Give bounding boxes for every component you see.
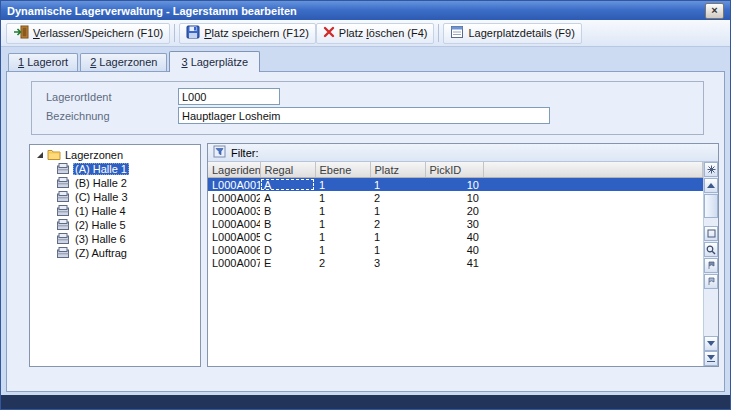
- leave-save-button[interactable]: Verlassen/Speichern (F10): [6, 23, 170, 44]
- tree-item-halle1[interactable]: (A) Halle 1: [30, 162, 200, 176]
- focused-cell[interactable]: A: [260, 178, 315, 192]
- save-place-button[interactable]: Platz speichern (F12): [179, 23, 316, 44]
- tab-lagerort[interactable]: 1 Lagerort: [8, 53, 78, 71]
- tab-lagerplaetze[interactable]: 3 Lagerplätze: [169, 51, 260, 72]
- lagerzonen-tree: Lagerzonen (A) Halle 1 (B) Halle 2 (C) H…: [29, 144, 201, 367]
- grid-header-row: Lagerident Regal Ebene Platz PickID: [208, 162, 703, 178]
- zone-icon: [57, 233, 69, 246]
- scrollbar-thumb[interactable]: [704, 194, 718, 218]
- column-header-lagerident[interactable]: Lagerident: [208, 162, 260, 178]
- tab-page: LagerortIdent Bezeichnung Lagerzonen (A)…: [6, 71, 725, 392]
- folder-icon: [47, 149, 61, 162]
- zoom-button[interactable]: [704, 242, 718, 257]
- toolbar: Verlassen/Speichern (F10) Platz speicher…: [1, 20, 730, 47]
- scroll-to-end-button[interactable]: [704, 351, 718, 366]
- tree-item-halle2[interactable]: (B) Halle 2: [30, 176, 200, 190]
- table-row[interactable]: L000A001 A 1 1 10: [208, 178, 703, 192]
- table-row[interactable]: L000A005 C 1 1 40: [208, 230, 703, 243]
- filter-bar: Filter:: [208, 144, 718, 162]
- filter-icon[interactable]: [213, 145, 226, 160]
- zone-icon: [57, 163, 69, 176]
- status-bar: [1, 395, 730, 409]
- zone-icon: [57, 247, 69, 260]
- column-header-platz[interactable]: Platz: [370, 162, 425, 178]
- scroll-up-button[interactable]: [704, 178, 718, 193]
- title-bar: Dynamische Lagerverwaltung - Lagerstamm …: [1, 1, 730, 20]
- exit-icon: [13, 25, 29, 41]
- tree-root[interactable]: Lagerzonen: [30, 148, 200, 162]
- bezeichnung-field[interactable]: [178, 107, 550, 124]
- details-icon: [450, 25, 464, 41]
- tree-item-halle5[interactable]: (2) Halle 5: [30, 218, 200, 232]
- tree-item-auftrag[interactable]: (Z) Auftrag: [30, 246, 200, 260]
- table-row[interactable]: L000A003 B 1 1 20: [208, 204, 703, 217]
- zone-icon: [57, 191, 69, 204]
- column-customize-button[interactable]: [704, 162, 718, 177]
- tree-item-halle3[interactable]: (C) Halle 3: [30, 190, 200, 204]
- toolbar-separator: [438, 24, 439, 42]
- save-icon: [186, 25, 200, 41]
- filter-label: Filter:: [231, 147, 259, 159]
- column-header-filler: [483, 162, 703, 178]
- lagerplatz-panel: Filter: Lagerident Regal Ebene Platz Pic…: [207, 143, 719, 367]
- grid-scrollbar: [703, 162, 718, 366]
- close-button[interactable]: ×: [705, 3, 724, 19]
- window-title: Dynamische Lagerverwaltung - Lagerstamm …: [7, 5, 297, 17]
- lagerplatz-grid: Lagerident Regal Ebene Platz PickID L000…: [208, 162, 703, 366]
- tree-item-halle4[interactable]: (1) Halle 4: [30, 204, 200, 218]
- bookmark-prev-button[interactable]: [704, 258, 718, 273]
- app-window: Dynamische Lagerverwaltung - Lagerstamm …: [0, 0, 731, 410]
- lagerort-form: LagerortIdent Bezeichnung: [31, 81, 704, 135]
- zone-icon: [57, 205, 69, 218]
- delete-icon: [323, 26, 335, 40]
- zone-icon: [57, 219, 69, 232]
- tree-expand-icon[interactable]: [37, 152, 43, 158]
- tree-item-halle6[interactable]: (3) Halle 6: [30, 232, 200, 246]
- tab-lagerzonen[interactable]: 2 Lagerzonen: [80, 53, 167, 71]
- lagerortident-field[interactable]: [178, 88, 280, 105]
- column-header-ebene[interactable]: Ebene: [315, 162, 370, 178]
- delete-place-button[interactable]: Platz löschen (F4): [316, 23, 435, 44]
- bookmark-next-button[interactable]: [704, 274, 718, 289]
- zone-icon: [57, 177, 69, 190]
- place-details-button[interactable]: Lagerplatzdetails (F9): [443, 23, 581, 44]
- column-header-pickid[interactable]: PickID: [425, 162, 483, 178]
- table-row[interactable]: L000A006 D 1 1 40: [208, 243, 703, 256]
- column-header-regal[interactable]: Regal: [260, 162, 315, 178]
- toolbar-separator: [174, 24, 175, 42]
- tab-strip: 1 Lagerort 2 Lagerzonen 3 Lagerplätze: [8, 50, 262, 71]
- scroll-down-button[interactable]: [704, 336, 718, 351]
- table-row[interactable]: L000A007 E 2 3 41: [208, 256, 703, 269]
- tree-root-label: Lagerzonen: [65, 149, 123, 161]
- grid-pane-button[interactable]: [704, 226, 718, 241]
- table-row[interactable]: L000A002 A 1 2 10: [208, 191, 703, 204]
- lagerortident-label: LagerortIdent: [46, 91, 111, 103]
- table-row[interactable]: L000A004 B 1 2 30: [208, 217, 703, 230]
- bezeichnung-label: Bezeichnung: [46, 110, 110, 122]
